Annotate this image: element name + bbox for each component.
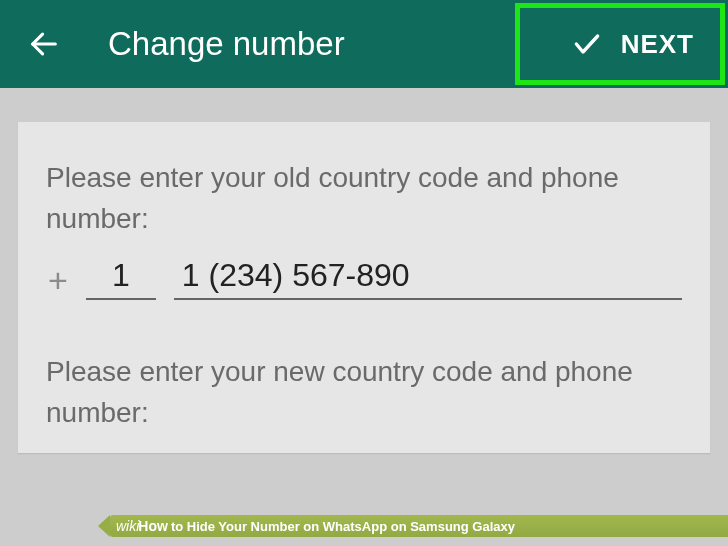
banner-article-title: to Hide Your Number on WhatsApp on Samsu…	[171, 519, 515, 534]
new-number-instruction: Please enter your new country code and p…	[46, 352, 682, 433]
old-phone-row: +	[46, 257, 682, 300]
banner-wiki-text: wiki	[116, 518, 139, 534]
old-number-instruction: Please enter your old country code and p…	[46, 158, 682, 239]
banner-how-text: How	[138, 518, 168, 534]
check-icon	[571, 28, 603, 60]
wikihow-watermark-banner: wikiHow to Hide Your Number on WhatsApp …	[0, 512, 728, 540]
page-title: Change number	[108, 25, 549, 63]
app-bar: Change number NEXT	[0, 0, 728, 88]
banner-triangle-icon	[98, 515, 110, 537]
next-button-label: NEXT	[621, 29, 694, 60]
next-button[interactable]: NEXT	[549, 4, 716, 84]
old-country-code-input[interactable]	[86, 257, 156, 300]
back-arrow-icon[interactable]	[24, 24, 64, 64]
banner-bar	[110, 515, 728, 537]
banner-text: wikiHow to Hide Your Number on WhatsApp …	[116, 518, 515, 534]
old-phone-number-input[interactable]	[174, 257, 682, 300]
form-card: Please enter your old country code and p…	[18, 122, 710, 453]
plus-icon: +	[48, 257, 68, 300]
